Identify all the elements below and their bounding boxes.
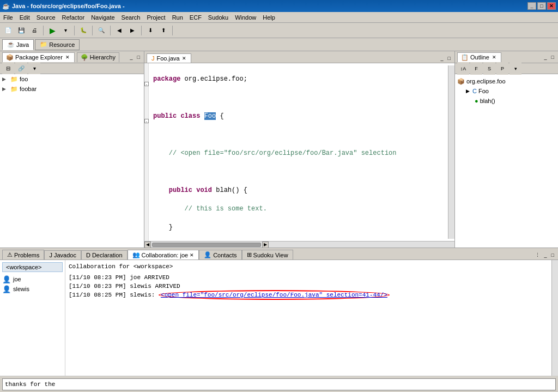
chat-input-field[interactable] xyxy=(2,378,556,390)
perspective-java[interactable]: ☕ Java xyxy=(2,39,34,50)
collab-open-link[interactable]: <open file="foo/src/org/eclipse/foo/Foo.… xyxy=(159,290,390,300)
menu-run[interactable]: Run xyxy=(169,13,186,22)
editor-body: - - package org.eclipse.foo; public clas… xyxy=(144,63,454,241)
editor-controls: _ □ xyxy=(439,55,452,63)
run-dropdown[interactable]: ▾ xyxy=(59,25,71,37)
outline-icon: 📋 xyxy=(461,54,469,61)
close-collab-tab[interactable]: ✕ xyxy=(190,252,194,258)
user-joe-icon: 👤 xyxy=(2,275,11,284)
bottom-minimize-btn[interactable]: _ xyxy=(543,252,549,258)
tree-item-foo[interactable]: ▶ 📁 foo xyxy=(0,74,144,84)
menu-refactor[interactable]: Refactor xyxy=(59,13,88,22)
method-icon: ● xyxy=(475,98,478,104)
minimize-panel-button[interactable]: _ xyxy=(129,54,135,61)
menu-ecf[interactable]: ECF xyxy=(186,13,205,22)
bottom-maximize-btn[interactable]: □ xyxy=(550,252,556,258)
tab-problems[interactable]: ⚠ Problems xyxy=(2,250,44,260)
bottom-chevron-btn[interactable]: ⋮ xyxy=(533,252,542,258)
editor-minimize-button[interactable]: _ xyxy=(439,55,445,62)
scroll-thumb[interactable] xyxy=(152,243,261,247)
back-button[interactable]: ◀ xyxy=(113,25,125,37)
expand-foo-icon[interactable]: ▶ xyxy=(2,76,9,82)
minimize-button[interactable]: _ xyxy=(527,2,536,10)
scroll-left-arrow[interactable]: ◀ xyxy=(144,242,151,248)
fold-method-marker[interactable]: - xyxy=(144,119,149,123)
next-annotation[interactable]: ⬇ xyxy=(144,25,156,37)
menu-edit[interactable]: Edit xyxy=(16,13,33,22)
collab-vertical-scrollbar[interactable] xyxy=(551,260,558,376)
hide-static-button[interactable]: S xyxy=(483,63,495,75)
collab-user-slewis[interactable]: 👤 slewis xyxy=(2,284,63,294)
explorer-menu-button[interactable]: ▾ xyxy=(28,63,40,75)
scroll-right-arrow[interactable]: ▶ xyxy=(262,242,269,248)
editor-panel: J Foo.java ✕ _ □ - - package or xyxy=(144,51,454,248)
menu-help[interactable]: Help xyxy=(259,13,278,22)
new-button[interactable]: 📄 xyxy=(2,25,14,37)
close-editor-tab[interactable]: ✕ xyxy=(182,56,186,61)
collab-msg-2: [11/10 08:23 PM] slewis ARRIVED xyxy=(69,282,548,291)
save-button[interactable]: 💾 xyxy=(15,25,27,37)
collapse-all-button[interactable]: ⊟ xyxy=(2,63,14,75)
tab-hierarchy[interactable]: 🌳 Hierarchy xyxy=(77,52,119,62)
menu-window[interactable]: Window xyxy=(232,13,259,22)
explorer-tree: ▶ 📁 foo ▶ 📁 foobar xyxy=(0,74,144,248)
collab-msg-1: [11/10 08:23 PM] joe ARRIVED xyxy=(69,273,548,282)
outline-minimize-btn[interactable]: _ xyxy=(543,54,549,61)
close-outline-tab[interactable]: ✕ xyxy=(491,55,498,60)
code-line-3: public class Foo { xyxy=(153,112,444,121)
explorer-icon: 📦 xyxy=(6,54,14,61)
tree-item-foobar[interactable]: ▶ 📁 foobar xyxy=(0,84,144,94)
menu-source[interactable]: Source xyxy=(33,13,59,22)
problems-icon: ⚠ xyxy=(7,251,13,258)
tab-outline[interactable]: 📋 Outline ✕ xyxy=(457,52,501,62)
menu-search[interactable]: Search xyxy=(118,13,144,22)
close-button[interactable]: ✕ xyxy=(547,2,556,10)
tab-collaboration[interactable]: 👥 Collaboration: joe ✕ xyxy=(128,250,199,260)
editor-horizontal-scrollbar[interactable]: ◀ ▶ xyxy=(144,241,454,248)
code-editor[interactable]: package org.eclipse.foo; public class Fo… xyxy=(149,63,454,241)
outline-class-foo[interactable]: ▶ C Foo xyxy=(457,86,556,96)
code-line-6 xyxy=(153,167,444,177)
menu-sudoku[interactable]: Sudoku xyxy=(205,13,232,22)
outline-menu-btn[interactable]: ▾ xyxy=(510,63,521,75)
editor-tab-foo-java[interactable]: J Foo.java ✕ xyxy=(147,53,191,63)
forward-button[interactable]: ▶ xyxy=(126,25,138,37)
fold-class-marker[interactable]: - xyxy=(144,82,149,86)
tab-javadoc[interactable]: J Javadoc xyxy=(44,250,81,260)
close-explorer-tab[interactable]: ✕ xyxy=(64,55,71,60)
hide-nonpublic-button[interactable]: P xyxy=(496,63,508,75)
expand-class-icon[interactable]: ▶ xyxy=(466,88,470,94)
search-button[interactable]: 🔍 xyxy=(95,25,107,37)
maximize-panel-button[interactable]: □ xyxy=(136,54,142,61)
menu-navigate[interactable]: Navigate xyxy=(88,13,118,22)
outline-tree: 📦 org.eclipse.foo ▶ C Foo ● blah() xyxy=(455,74,558,108)
expand-foobar-icon[interactable]: ▶ xyxy=(2,86,9,92)
run-button[interactable]: ▶ xyxy=(46,25,58,37)
tab-contacts[interactable]: 👤 Contacts xyxy=(199,250,241,260)
tab-declaration[interactable]: D Declaration xyxy=(81,250,128,260)
menu-project[interactable]: Project xyxy=(143,13,168,22)
code-content[interactable]: package org.eclipse.foo; public class Fo… xyxy=(149,65,448,239)
menu-file[interactable]: File xyxy=(0,13,16,22)
workspace-label[interactable]: <workspace> xyxy=(2,262,63,272)
sort-members-button[interactable]: ↕A xyxy=(457,63,469,75)
prev-annotation[interactable]: ⬆ xyxy=(157,25,169,37)
outline-package[interactable]: 📦 org.eclipse.foo xyxy=(457,76,556,86)
toolbar-separator-2 xyxy=(74,26,75,35)
collab-left-panel: <workspace> 👤 joe 👤 slewis xyxy=(0,260,65,376)
debug-button[interactable]: 🐛 xyxy=(77,25,89,37)
editor-maximize-button[interactable]: □ xyxy=(446,55,452,62)
print-button[interactable]: 🖨 xyxy=(28,25,40,37)
maximize-button[interactable]: □ xyxy=(537,2,546,10)
tab-package-explorer[interactable]: 📦 Package Explorer ✕ xyxy=(2,52,75,62)
collab-user-joe[interactable]: 👤 joe xyxy=(2,274,63,284)
tab-sudoku[interactable]: ⊞ Sudoku View xyxy=(242,250,293,260)
outline-panel: 📋 Outline ✕ _ □ ↕A F S P ▾ xyxy=(454,51,558,248)
chat-input-row xyxy=(0,376,558,392)
outline-method-blah[interactable]: ● blah() xyxy=(457,96,556,106)
outline-maximize-btn[interactable]: □ xyxy=(550,54,556,61)
perspective-resource[interactable]: 📁 Resource xyxy=(35,39,80,50)
editor-vertical-scrollbar[interactable] xyxy=(448,65,454,239)
hide-fields-button[interactable]: F xyxy=(470,63,482,75)
link-with-editor-button[interactable]: 🔗 xyxy=(15,63,27,75)
